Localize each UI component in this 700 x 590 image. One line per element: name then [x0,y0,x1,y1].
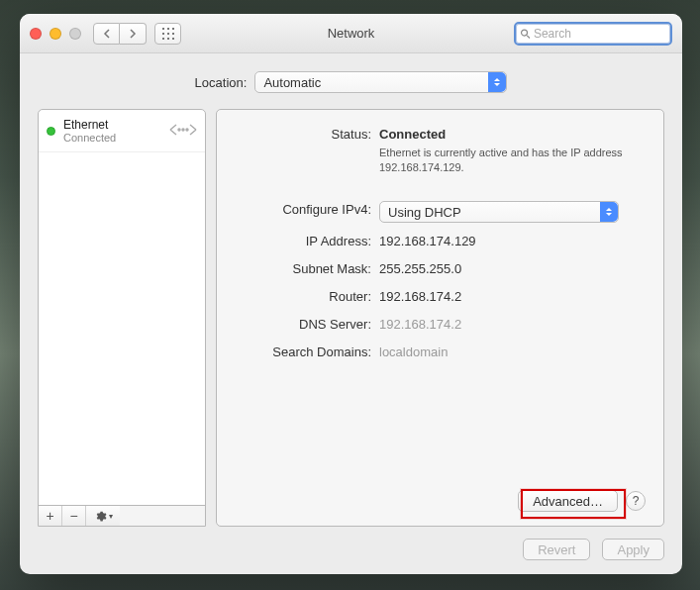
service-text: Ethernet Connected [63,118,161,144]
advanced-button[interactable]: Advanced… [518,490,618,512]
add-service-button[interactable]: + [39,506,62,526]
revert-button[interactable]: Revert [523,539,590,560]
forward-button[interactable] [120,23,147,45]
search-input[interactable] [534,27,666,41]
window-controls [30,28,81,40]
location-select[interactable]: Automatic [254,71,507,93]
chevron-left-icon [103,29,111,39]
svg-rect-5 [172,33,174,35]
split-pane: Ethernet Connected + − ▾ [38,109,664,527]
sidebar-spacer [39,152,205,505]
detail-pane: Status: Connected Ethernet is currently … [216,109,664,527]
dns-row: DNS Server: 192.168.174.2 [235,316,646,334]
network-preferences-window: Network Location: Automatic Ethernet Con… [20,14,682,574]
service-actions-menu[interactable]: ▾ [86,506,120,526]
svg-point-12 [182,129,184,131]
ip-row: IP Address: 192.168.174.129 [235,233,646,250]
router-row: Router: 192.168.174.2 [235,288,646,306]
location-label: Location: [195,75,248,90]
sidebar-actions: + − ▾ [39,505,205,526]
help-button[interactable]: ? [626,491,646,511]
svg-rect-1 [167,28,169,30]
apply-button[interactable]: Apply [602,539,664,560]
router-label: Router: [235,288,379,306]
service-name: Ethernet [63,118,161,132]
svg-point-13 [186,129,188,131]
svg-rect-6 [162,38,164,40]
search-domains-label: Search Domains: [235,344,379,361]
configure-ipv4-select[interactable]: Using DHCP [379,201,619,223]
nav-buttons [93,23,147,45]
svg-rect-8 [172,38,174,40]
svg-rect-0 [162,28,164,30]
service-list: Ethernet Connected + − ▾ [38,109,206,527]
router-value: 192.168.174.2 [379,288,461,306]
chevron-right-icon [129,29,137,39]
close-window-button[interactable] [30,28,42,40]
back-button[interactable] [93,23,120,45]
svg-line-10 [527,35,530,38]
mask-row: Subnet Mask: 255.255.255.0 [235,260,646,278]
location-value: Automatic [263,75,321,90]
ethernet-icon [169,122,197,141]
remove-service-button[interactable]: − [62,506,86,526]
mask-label: Subnet Mask: [235,260,379,278]
svg-rect-4 [167,33,169,35]
status-value-wrap: Connected Ethernet is currently active a… [379,126,637,175]
content-area: Location: Automatic Ethernet Connected [20,53,682,574]
grid-icon [162,28,174,40]
status-row: Status: Connected Ethernet is currently … [235,126,646,175]
ip-label: IP Address: [235,233,379,250]
svg-point-9 [522,30,528,36]
svg-rect-3 [162,33,164,35]
service-item-ethernet[interactable]: Ethernet Connected [39,110,205,152]
service-status: Connected [63,132,161,144]
location-row: Location: Automatic [38,71,664,93]
chevron-down-icon: ▾ [109,512,113,521]
dns-value: 192.168.174.2 [379,316,461,334]
select-stepper-icon [488,72,506,92]
ip-value: 192.168.174.129 [379,233,476,250]
status-description: Ethernet is currently active and has the… [379,146,637,175]
bottom-buttons: Revert Apply [38,539,664,560]
gear-icon [94,510,107,523]
minimize-window-button[interactable] [50,28,61,40]
status-label: Status: [235,126,379,144]
search-domains-value: localdomain [379,344,448,361]
status-value: Connected [379,126,637,144]
select-stepper-icon [600,202,618,222]
configure-value: Using DHCP [388,205,461,220]
detail-footer: Advanced… ? [235,490,646,512]
mask-value: 255.255.255.0 [379,260,461,278]
status-dot-icon [47,127,55,136]
configure-label: Configure IPv4: [235,201,379,219]
svg-point-11 [178,129,180,131]
dns-label: DNS Server: [235,316,379,334]
titlebar: Network [20,14,682,53]
svg-rect-2 [172,28,174,30]
search-domains-row: Search Domains: localdomain [235,344,646,361]
svg-rect-7 [167,38,169,40]
show-all-button[interactable] [154,23,181,45]
search-icon [520,28,531,40]
configure-row: Configure IPv4: Using DHCP [235,201,646,223]
zoom-window-button[interactable] [69,28,81,40]
search-field[interactable] [514,22,672,46]
